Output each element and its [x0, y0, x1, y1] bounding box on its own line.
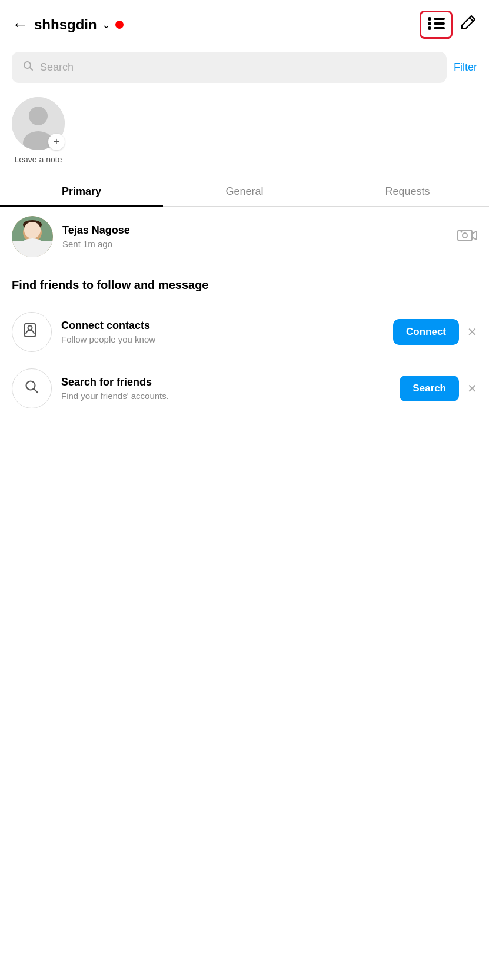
- dismiss-search-button[interactable]: ✕: [467, 381, 477, 396]
- story-avatar-wrapper: +: [12, 97, 65, 150]
- svg-point-12: [23, 223, 42, 242]
- svg-point-0: [428, 17, 431, 21]
- connect-button[interactable]: Connect: [393, 319, 459, 345]
- online-status-dot: [115, 21, 124, 29]
- search-icon: [22, 60, 34, 75]
- dismiss-connect-button[interactable]: ✕: [467, 325, 477, 339]
- camera-icon[interactable]: [457, 227, 477, 247]
- svg-point-8: [29, 107, 48, 125]
- svg-rect-15: [458, 230, 472, 241]
- svg-point-17: [461, 231, 463, 232]
- conversation-info: Tejas Nagose Sent 1m ago: [62, 224, 448, 249]
- filter-button[interactable]: Filter: [454, 61, 477, 74]
- compose-icon[interactable]: [458, 14, 477, 36]
- search-friends-icon-wrapper: [12, 368, 52, 408]
- search-bar[interactable]: Search: [12, 52, 447, 83]
- connect-contacts-item: Connect contacts Follow people you know …: [12, 304, 477, 360]
- username-row: shhsgdin ⌄: [34, 16, 124, 33]
- svg-rect-11: [12, 241, 53, 257]
- find-friends-title: Find friends to follow and message: [12, 278, 477, 292]
- find-friends-section: Find friends to follow and message Conne…: [0, 267, 489, 423]
- conversation-time: Sent 1m ago: [62, 239, 448, 249]
- svg-point-19: [28, 325, 32, 330]
- search-friends-desc: Find your friends' accounts.: [61, 391, 390, 401]
- back-button[interactable]: ←: [12, 15, 28, 34]
- svg-rect-1: [434, 18, 445, 20]
- person-icon: [23, 321, 41, 343]
- tabs-row: Primary General Requests: [0, 177, 489, 207]
- tab-general[interactable]: General: [163, 177, 326, 206]
- username-label: shhsgdin: [34, 16, 97, 33]
- svg-point-14: [19, 243, 45, 257]
- list-icon: [427, 16, 445, 34]
- avatar: [12, 216, 53, 257]
- chevron-down-icon[interactable]: ⌄: [102, 18, 111, 31]
- tab-requests[interactable]: Requests: [326, 177, 489, 206]
- stories-row: + Leave a note: [0, 88, 489, 169]
- search-friends-info: Search for friends Find your friends' ac…: [61, 376, 390, 401]
- connect-contacts-info: Connect contacts Follow people you know: [61, 320, 384, 344]
- search-bar-container: Search Filter: [0, 47, 489, 88]
- search-friends-icon: [24, 378, 40, 399]
- search-button[interactable]: Search: [400, 376, 459, 401]
- connect-contacts-actions: Connect ✕: [393, 319, 477, 345]
- add-story-item[interactable]: + Leave a note: [12, 97, 65, 164]
- search-friends-name: Search for friends: [61, 376, 390, 388]
- connect-contacts-desc: Follow people you know: [61, 334, 384, 344]
- svg-point-2: [428, 22, 431, 25]
- add-story-button[interactable]: +: [48, 134, 65, 150]
- header-right: [420, 11, 477, 39]
- tab-primary[interactable]: Primary: [0, 177, 163, 206]
- svg-rect-3: [434, 22, 445, 25]
- search-placeholder-text: Search: [40, 61, 74, 74]
- search-friends-actions: Search ✕: [400, 376, 477, 401]
- story-label: Leave a note: [15, 155, 62, 164]
- connect-contacts-name: Connect contacts: [61, 320, 384, 332]
- search-friends-item: Search for friends Find your friends' ac…: [12, 360, 477, 417]
- svg-point-16: [463, 233, 467, 238]
- svg-point-4: [428, 26, 431, 30]
- header: ← shhsgdin ⌄: [0, 0, 489, 47]
- conversation-item[interactable]: Tejas Nagose Sent 1m ago: [0, 207, 489, 267]
- svg-point-13: [23, 220, 42, 230]
- header-left: ← shhsgdin ⌄: [12, 15, 124, 34]
- list-icon-button[interactable]: [420, 11, 453, 39]
- svg-rect-5: [434, 27, 445, 29]
- conversation-name: Tejas Nagose: [62, 224, 448, 237]
- connect-contacts-icon-wrapper: [12, 312, 52, 352]
